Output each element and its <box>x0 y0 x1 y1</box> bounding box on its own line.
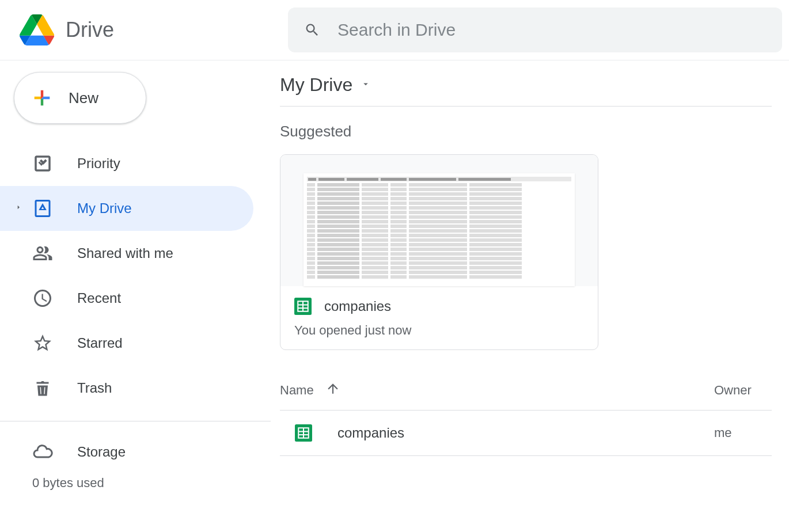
file-table-header: Name Owner <box>280 371 772 411</box>
shared-icon <box>32 243 53 264</box>
breadcrumb[interactable]: My Drive <box>280 74 772 107</box>
sidebar-item-label: Starred <box>77 335 123 351</box>
card-info: companies You opened just now <box>280 286 598 349</box>
sidebar-divider <box>0 421 271 421</box>
sidebar-item-label: Priority <box>77 155 120 172</box>
sheets-icon <box>295 424 312 442</box>
card-preview <box>280 155 598 286</box>
cloud-icon <box>32 442 53 462</box>
card-title: companies <box>324 298 391 314</box>
sidebar-item-storage[interactable]: Storage <box>0 432 271 472</box>
search-container[interactable] <box>288 7 782 52</box>
sidebar: New Priority My Drive Shared with me <box>0 60 271 532</box>
file-name: companies <box>337 425 714 441</box>
sidebar-item-priority[interactable]: Priority <box>0 141 253 186</box>
drive-logo-icon <box>20 14 54 45</box>
column-name-label: Name <box>280 383 314 398</box>
trash-icon <box>32 378 53 398</box>
breadcrumb-label[interactable]: My Drive <box>280 74 352 96</box>
spreadsheet-thumbnail <box>304 173 575 286</box>
sidebar-item-starred[interactable]: Starred <box>0 321 253 366</box>
storage-label: Storage <box>77 444 126 460</box>
column-owner[interactable]: Owner <box>714 383 772 398</box>
sheets-icon <box>294 298 312 315</box>
sidebar-item-label: Shared with me <box>77 245 173 261</box>
new-button-label: New <box>69 89 98 107</box>
main-content: My Drive Suggested <box>271 60 789 532</box>
sort-arrow-up-icon[interactable] <box>325 381 340 400</box>
priority-icon <box>32 153 53 174</box>
body: New Priority My Drive Shared with me <box>0 60 789 532</box>
sidebar-item-label: Trash <box>77 380 112 396</box>
my-drive-icon <box>32 198 53 219</box>
sidebar-item-recent[interactable]: Recent <box>0 276 253 321</box>
star-icon <box>32 333 53 354</box>
sidebar-item-shared[interactable]: Shared with me <box>0 231 253 276</box>
new-button[interactable]: New <box>14 72 146 124</box>
app-title: Drive <box>66 18 114 42</box>
file-owner: me <box>714 425 772 440</box>
suggested-heading: Suggested <box>280 123 772 140</box>
recent-icon <box>32 288 53 309</box>
column-owner-label: Owner <box>714 383 752 397</box>
search-icon <box>304 22 320 38</box>
search-input[interactable] <box>337 20 766 40</box>
sidebar-item-label: Recent <box>77 290 121 306</box>
sidebar-item-trash[interactable]: Trash <box>0 366 253 411</box>
column-name[interactable]: Name <box>280 381 714 400</box>
table-row[interactable]: companies me <box>280 411 772 456</box>
logo-area[interactable]: Drive <box>20 14 288 45</box>
sidebar-item-label: My Drive <box>77 200 132 216</box>
caret-down-icon[interactable] <box>361 79 371 92</box>
sidebar-item-my-drive[interactable]: My Drive <box>0 186 253 231</box>
plus-icon <box>31 86 54 109</box>
card-subtitle: You opened just now <box>294 323 584 338</box>
header: Drive <box>0 0 789 60</box>
expand-icon[interactable] <box>14 203 23 214</box>
suggested-card[interactable]: companies You opened just now <box>280 154 598 350</box>
storage-used-text: 0 bytes used <box>0 476 271 491</box>
